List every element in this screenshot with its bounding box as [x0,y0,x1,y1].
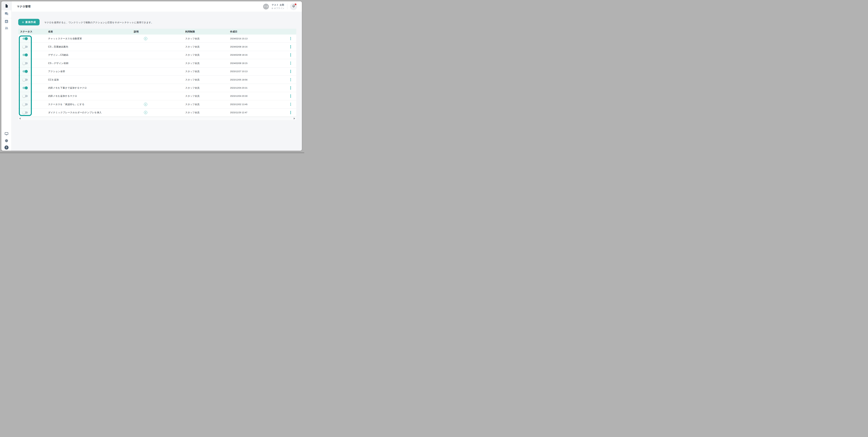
info-icon[interactable]: i [144,37,147,40]
row-menu-button[interactable] [289,110,292,115]
app-window: ? マクロ管理 テ太 テスト 太郎 オフライン [1,1,302,151]
created-date: 2023/12/04 20:31 [230,87,248,89]
user-status: オフライン [272,7,284,10]
topbar-divider [287,4,287,9]
table-row: CS→デザイン依頼スタッフ全員2024/02/08 18:15 [18,59,296,67]
restriction-label: スタッフ全員 [185,45,199,49]
row-menu-button[interactable] [289,44,292,49]
sidebar-item-devices[interactable] [1,130,11,137]
topbar: マクロ管理 テ太 テスト 太郎 オフライン [12,1,302,12]
row-menu-button[interactable] [289,69,292,74]
row-menu-button[interactable] [289,36,292,41]
avatar[interactable]: テ太 [263,4,269,9]
toggle-knob [25,87,28,89]
table-row: チャットステータスを自動変更iスタッフ全員2024/02/16 15:13 [18,34,296,43]
sidebar-item-chat[interactable] [1,10,11,18]
toggle-knob [23,95,25,98]
window-bottom-shadow [0,152,304,153]
user-meta: テスト 太郎 オフライン [272,3,284,10]
people-icon [4,26,8,30]
horizontal-scrollbar [18,117,296,120]
created-date: 2024/02/08 18:15 [230,62,248,64]
user-name: テスト 太郎 [272,3,284,6]
row-menu-button[interactable] [289,102,292,107]
macro-description: マクロを使用すると、ワンクリックで複数のアクションと応答をサポートチケットに適用… [44,21,153,24]
restriction-label: スタッフ全員 [185,86,199,90]
toggle-knob [23,103,25,106]
status-toggle[interactable] [23,87,28,89]
restriction-label: スタッフ全員 [185,70,199,73]
macro-name: CCを追加 [48,78,59,81]
column-header: 名前 [48,30,53,33]
table-row: アクション全部スタッフ全員2023/12/27 10:13 [18,67,296,76]
page-title: マクロ管理 [17,5,31,8]
notification-button[interactable] [290,3,297,10]
create-macro-label: 新規作成 [25,21,36,24]
unread-badge [295,3,297,5]
restriction-label: スタッフ全員 [185,53,199,57]
table-row: デザイン→CS納品スタッフ全員2024/02/08 18:16 [18,51,296,59]
sidebar-item-macros[interactable] [1,1,11,10]
created-date: 2024/02/16 15:13 [230,37,248,40]
created-date: 2023/12/27 10:13 [230,70,248,72]
gear-icon [4,139,8,143]
status-toggle[interactable] [23,37,28,40]
toggle-knob [23,45,25,48]
created-date: 2023/12/05 18:56 [230,79,248,81]
main-content: 新規作成 マクロを使用すると、ワンクリックで複数のアクションと応答をサポートチケ… [12,12,302,151]
info-icon[interactable]: i [144,111,147,114]
status-toggle[interactable] [23,70,28,73]
status-toggle[interactable] [23,78,28,81]
restriction-label: スタッフ全員 [185,103,199,106]
sidebar-item-help[interactable]: ? [1,144,11,151]
restriction-label: スタッフ全員 [185,94,199,98]
create-macro-button[interactable]: 新規作成 [18,19,39,25]
status-toggle[interactable] [23,45,28,48]
macro-name: ステータスを「承認待ち」にする [48,103,84,106]
restriction-label: スタッフ全員 [185,78,199,81]
created-date: 2024/02/08 18:16 [230,54,248,56]
sidebar-item-settings[interactable] [1,137,11,145]
restriction-label: スタッフ全員 [185,37,199,40]
column-header: ステータス [20,30,33,33]
table-row: CS→営業納品案内スタッフ全員2024/02/08 18:16 [18,43,296,51]
status-toggle[interactable] [23,95,28,98]
restriction-label: スタッフ全員 [185,111,199,114]
table-body: チャットステータスを自動変更iスタッフ全員2024/02/16 15:13CS→… [18,34,296,117]
restriction-label: スタッフ全員 [185,61,199,65]
macro-name: CS→営業納品案内 [48,45,68,49]
scroll-left-icon[interactable] [19,118,21,120]
table-header: ステータス名前説明利用制限作成日 [18,29,296,34]
row-menu-button[interactable] [289,77,292,82]
table-row: CCを追加スタッフ全員2023/12/05 18:56 [18,76,296,84]
macro-name: チャットステータスを自動変更 [48,37,82,40]
table-row: ダイナミックプレースホルダーのテンプレを挿入iスタッフ全員2023/11/29 … [18,108,296,117]
row-menu-button[interactable] [289,86,292,90]
created-date: 2023/11/29 12:47 [230,111,247,114]
row-menu-button[interactable] [289,61,292,66]
created-date: 2024/02/08 18:16 [230,45,248,48]
toggle-knob [23,62,25,65]
macro-name: デザイン→CS納品 [48,53,68,57]
macro-name: 内部メモを下書きで追加するマクロ [48,86,87,90]
column-header: 説明 [134,30,139,33]
row-menu-button[interactable] [289,94,292,98]
macro-name: アクション全部 [48,70,65,73]
sidebar-item-users[interactable] [1,24,11,32]
status-toggle[interactable] [23,111,28,114]
table-row: 内部メモを下書きで追加するマクロスタッフ全員2023/12/04 20:31 [18,84,296,92]
info-icon[interactable]: i [144,103,147,106]
status-label: オフライン [274,7,284,10]
status-toggle[interactable] [23,62,28,65]
macro-name: CS→デザイン依頼 [48,61,68,65]
column-header: 作成日 [230,30,238,33]
status-toggle[interactable] [23,103,28,106]
toggle-knob [25,70,28,73]
help-icon: ? [4,146,8,150]
sidebar: ? [1,1,12,151]
macro-name: 内部メモを追加するマクロ [48,94,77,98]
row-menu-button[interactable] [289,53,292,57]
scroll-right-icon[interactable] [294,118,295,120]
created-date: 2023/12/02 13:45 [230,103,248,105]
status-toggle[interactable] [23,54,28,57]
